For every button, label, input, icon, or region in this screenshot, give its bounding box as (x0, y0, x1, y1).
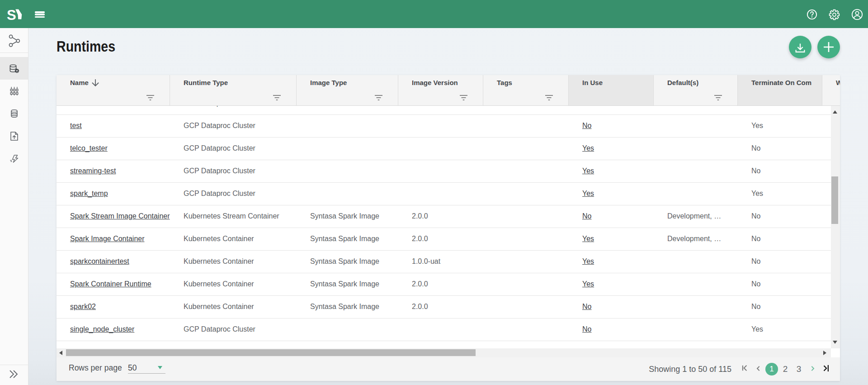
svg-text:S: S (7, 7, 16, 23)
